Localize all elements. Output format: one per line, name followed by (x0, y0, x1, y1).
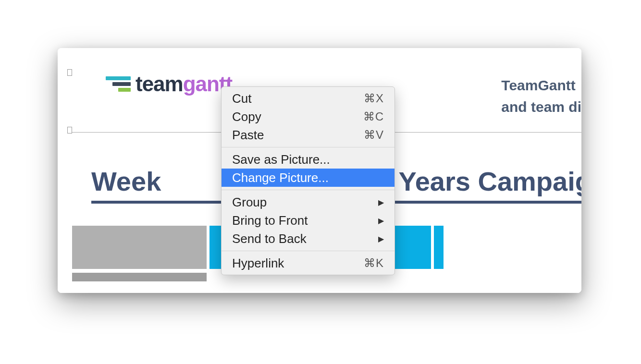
menu-item-copy[interactable]: Copy ⌘C (222, 108, 394, 126)
menu-separator (222, 147, 394, 147)
logo[interactable]: teamgantt (106, 72, 232, 96)
chevron-right-icon: ▶ (378, 234, 384, 243)
context-menu: Cut ⌘X Copy ⌘C Paste ⌘V Save as Picture.… (221, 86, 395, 275)
table-header-cell-3[interactable] (434, 226, 444, 269)
menu-label: Send to Back (232, 231, 307, 246)
menu-label: Save as Picture... (232, 152, 330, 167)
menu-separator (222, 251, 394, 251)
logo-gantt-icon (106, 76, 131, 92)
menu-shortcut: ⌘V (364, 128, 384, 142)
menu-shortcut: ⌘C (363, 110, 384, 123)
menu-shortcut: ⌘X (364, 92, 384, 105)
menu-item-cut[interactable]: Cut ⌘X (222, 89, 394, 108)
menu-item-bring-to-front[interactable]: Bring to Front ▶ (222, 211, 394, 230)
menu-separator (222, 190, 394, 190)
header-line-2: and team di (501, 96, 581, 118)
menu-label: Group (232, 195, 267, 210)
menu-item-group[interactable]: Group ▶ (222, 193, 394, 211)
menu-shortcut: ⌘K (364, 256, 384, 270)
menu-label: Paste (232, 128, 264, 143)
logo-text-part1: team (136, 72, 183, 96)
logo-text: teamgantt (136, 72, 232, 96)
menu-item-change-picture[interactable]: Change Picture... (222, 169, 394, 187)
header-right-text: TeamGantt and team di (501, 74, 581, 118)
ruler-marker-icon[interactable] (67, 69, 72, 76)
table-header-cell-1[interactable] (72, 226, 207, 269)
header-line-1: TeamGantt (501, 74, 581, 96)
menu-item-paste[interactable]: Paste ⌘V (222, 126, 394, 144)
chevron-right-icon: ▶ (378, 198, 384, 207)
document-area[interactable]: teamgantt TeamGantt and team di Week xxx… (58, 48, 581, 293)
menu-item-save-as-picture[interactable]: Save as Picture... (222, 150, 394, 169)
table-cell[interactable] (72, 273, 207, 281)
menu-label: Change Picture... (232, 170, 329, 185)
menu-item-hyperlink[interactable]: Hyperlink ⌘K (222, 254, 394, 272)
menu-label: Hyperlink (232, 256, 284, 271)
menu-label: Bring to Front (232, 213, 308, 228)
menu-label: Copy (232, 109, 261, 124)
menu-item-send-to-back[interactable]: Send to Back ▶ (222, 230, 394, 248)
chevron-right-icon: ▶ (378, 216, 384, 225)
title-prefix: Week (91, 166, 161, 196)
menu-label: Cut (232, 91, 251, 106)
ruler-marker-icon[interactable] (67, 127, 72, 133)
app-window: teamgantt TeamGantt and team di Week xxx… (58, 48, 581, 293)
